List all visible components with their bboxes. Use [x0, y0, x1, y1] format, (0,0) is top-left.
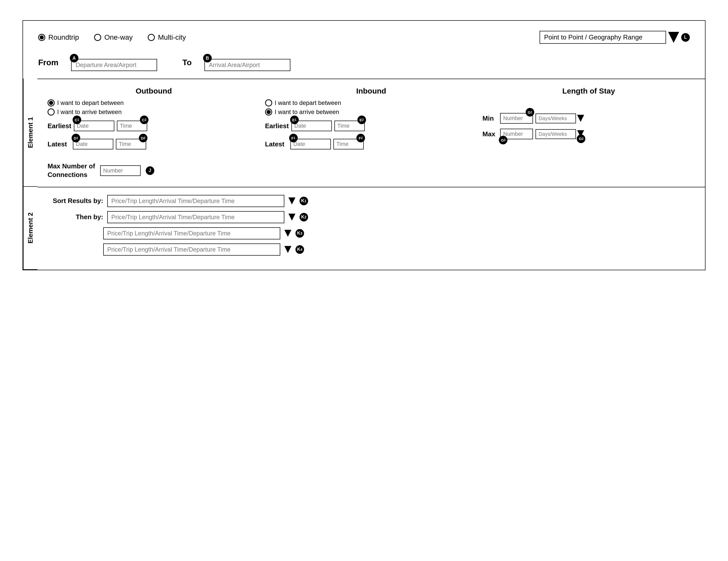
- outbound-latest-badge-D1: D1: [72, 134, 80, 142]
- sort-k4-input[interactable]: [103, 244, 280, 256]
- los-min-label: Min: [482, 115, 498, 122]
- los-col: Length of Stay Min G1: [482, 87, 695, 150]
- departure-input[interactable]: [71, 59, 157, 71]
- inbound-latest-label: Latest: [265, 140, 288, 148]
- to-field-wrap: B: [204, 59, 290, 71]
- to-label: To: [182, 58, 192, 67]
- main-container: Roundtrip One-way Multi-city Point to Po…: [23, 20, 705, 270]
- los-min-daysweeks-wrap: [536, 114, 584, 123]
- inbound-earliest-badge-E2: E2: [357, 116, 366, 124]
- top-section: Roundtrip One-way Multi-city Point to Po…: [23, 21, 705, 79]
- inbound-depart-option[interactable]: I want to depart between: [265, 99, 478, 106]
- los-min-arrow[interactable]: [577, 115, 584, 122]
- outbound-depart-radio[interactable]: [48, 99, 55, 106]
- sort-results-row: Sort Results by: K1: [48, 195, 695, 207]
- max-conn-badge-J: J: [146, 166, 154, 175]
- geography-dropdown-wrap: Point to Point / Geography Range L: [540, 31, 690, 44]
- arrival-input[interactable]: [204, 59, 290, 71]
- geography-badge-L: L: [681, 33, 690, 42]
- roundtrip-option[interactable]: Roundtrip: [38, 33, 79, 41]
- oneway-label: One-way: [104, 33, 133, 41]
- inbound-earliest-label: Earliest: [265, 122, 289, 130]
- inbound-radio-group: I want to depart between I want to arriv…: [265, 99, 478, 116]
- from-field-wrap: A: [71, 59, 157, 71]
- geography-dropdown-box[interactable]: Point to Point / Geography Range: [540, 31, 666, 44]
- trip-type-row: Roundtrip One-way Multi-city Point to Po…: [38, 31, 690, 44]
- element2-content: Sort Results by: K1 Then by: K2 K3: [37, 187, 705, 270]
- outbound-depart-label: I want to depart between: [57, 99, 124, 106]
- element2-label: Element 2: [23, 187, 37, 270]
- inbound-arrive-radio[interactable]: [265, 109, 272, 116]
- sort-k4-row: K4: [48, 244, 695, 256]
- outbound-arrive-label: I want to arrive between: [57, 109, 122, 116]
- element1-row: Element 1 Outbound I want to depart betw…: [23, 79, 705, 187]
- inbound-latest-badge-F2: F2: [356, 134, 365, 142]
- oneway-option[interactable]: One-way: [94, 33, 133, 41]
- outbound-header: Outbound: [48, 87, 260, 95]
- from-to-row: From A To B: [38, 54, 690, 71]
- inbound-earliest-badge-E1: E1: [290, 116, 299, 124]
- oneway-radio[interactable]: [94, 34, 101, 41]
- outbound-earliest-badge-C1: C1: [73, 116, 81, 124]
- outbound-depart-option[interactable]: I want to depart between: [48, 99, 260, 106]
- multicity-radio[interactable]: [148, 34, 155, 41]
- element2-row: Element 2 Sort Results by: K1 Then by: K…: [23, 187, 705, 270]
- geography-dropdown-arrow[interactable]: [668, 32, 679, 43]
- max-conn-label: Max Number ofConnections: [48, 162, 95, 179]
- sort-results-label: Sort Results by:: [48, 197, 103, 205]
- outbound-arrive-radio[interactable]: [48, 109, 55, 116]
- sort-k3-input[interactable]: [103, 227, 280, 240]
- geography-dropdown-text: Point to Point / Geography Range: [544, 33, 643, 41]
- element1-content: Outbound I want to depart between I want…: [37, 79, 705, 187]
- sort-k4-arrow[interactable]: [284, 246, 291, 253]
- outbound-earliest-badge-C2: C2: [140, 116, 148, 124]
- inbound-latest-badge-F1: F1: [289, 134, 298, 142]
- sort-k3-row: K3: [48, 227, 695, 240]
- roundtrip-radio-fill: [40, 35, 44, 39]
- outbound-radio-group: I want to depart between I want to arriv…: [48, 99, 260, 116]
- inbound-header: Inbound: [265, 87, 478, 95]
- sort-k2-badge: K2: [299, 213, 308, 222]
- from-badge-A: A: [70, 54, 78, 62]
- outbound-col: Outbound I want to depart between I want…: [48, 87, 260, 150]
- sort-k1-arrow[interactable]: [288, 198, 295, 205]
- los-max-daysweeks-wrap: G3: [536, 129, 584, 139]
- los-max-daysweeks[interactable]: [536, 129, 576, 139]
- los-min-daysweeks[interactable]: [536, 114, 576, 123]
- outbound-earliest-label: Earliest: [48, 122, 71, 130]
- los-max-label: Max: [482, 130, 498, 138]
- inbound-col: Inbound I want to depart between I want …: [265, 87, 478, 150]
- sort-k2-input[interactable]: [107, 211, 284, 223]
- multicity-option[interactable]: Multi-city: [148, 33, 186, 41]
- outbound-latest-label: Latest: [48, 140, 70, 148]
- multicity-label: Multi-city: [158, 33, 186, 41]
- sort-k4-badge: K4: [295, 245, 304, 254]
- from-label: From: [38, 58, 58, 67]
- sort-k2-arrow[interactable]: [288, 214, 295, 221]
- sort-k3-badge: K3: [295, 229, 304, 238]
- roundtrip-label: Roundtrip: [48, 33, 79, 41]
- outbound-depart-fill: [49, 101, 53, 105]
- then-by-row1: Then by: K2: [48, 211, 695, 223]
- outbound-latest-badge-D2: D2: [139, 134, 147, 142]
- element1-label: Element 1: [23, 79, 37, 187]
- inbound-arrive-label: I want to arrive between: [275, 109, 339, 116]
- inbound-depart-radio[interactable]: [265, 99, 272, 106]
- max-conn-input[interactable]: [100, 165, 141, 176]
- inbound-depart-label: I want to depart between: [275, 99, 341, 106]
- three-col-grid: Outbound I want to depart between I want…: [48, 87, 695, 150]
- sort-k1-input[interactable]: [107, 195, 284, 207]
- sort-k3-arrow[interactable]: [284, 230, 291, 237]
- to-badge-B: B: [203, 54, 212, 62]
- then-by-label: Then by:: [48, 213, 103, 221]
- roundtrip-radio[interactable]: [38, 34, 45, 41]
- max-connections-row: Max Number ofConnections J: [48, 157, 695, 179]
- sort-k1-badge: K1: [299, 197, 308, 205]
- los-header: Length of Stay: [482, 87, 695, 95]
- outbound-arrive-option[interactable]: I want to arrive between: [48, 109, 260, 116]
- inbound-arrive-option[interactable]: I want to arrive between: [265, 109, 478, 116]
- los-max-badge-G2: G2: [499, 136, 507, 144]
- inbound-arrive-fill: [267, 110, 271, 114]
